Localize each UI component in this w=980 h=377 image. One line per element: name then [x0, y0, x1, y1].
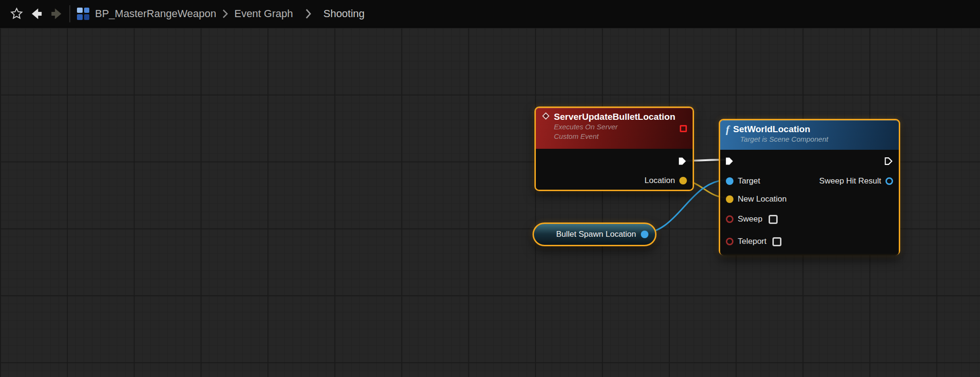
target-pin-label: Target: [738, 176, 760, 186]
replicates-badge-icon: [680, 125, 687, 132]
variable-output-pin[interactable]: [641, 231, 648, 238]
new-location-input-pin[interactable]: [726, 195, 733, 203]
variable-node-label: Bullet Spawn Location: [556, 230, 636, 239]
location-output-pin[interactable]: [679, 177, 687, 184]
target-input-pin[interactable]: [726, 177, 733, 185]
sweep-hit-result-pin-label: Sweep Hit Result: [819, 176, 881, 186]
teleport-input-pin[interactable]: [726, 238, 733, 245]
teleport-pin-label: Teleport: [738, 237, 766, 246]
favorite-star-icon[interactable]: [7, 4, 27, 24]
function-node-header: f SetWorldLocation Target is Scene Compo…: [720, 120, 899, 150]
sweep-checkbox[interactable]: [769, 215, 778, 224]
chevron-right-icon: [222, 9, 228, 19]
function-icon: f: [726, 124, 729, 135]
exec-input-pin[interactable]: [725, 157, 734, 166]
function-node-subtitle: Target is Scene Component: [740, 135, 893, 144]
event-node-subtitle-1: Executes On Server: [554, 122, 687, 132]
exec-output-pin[interactable]: [678, 157, 687, 166]
custom-event-icon: [542, 112, 550, 122]
exec-output-pin[interactable]: [884, 157, 893, 166]
breadcrumb-bar: BP_MasterRangeWeapon Event Graph Shootin…: [0, 0, 980, 28]
toolbar-divider: [69, 5, 70, 22]
teleport-checkbox[interactable]: [772, 237, 781, 246]
node-server-update-bullet-location[interactable]: ServerUpdateBulletLocation Executes On S…: [534, 106, 694, 191]
sweep-input-pin[interactable]: [726, 215, 733, 223]
blueprint-asset-icon: [77, 8, 89, 20]
chevron-right-icon: [304, 8, 312, 20]
breadcrumb-graph[interactable]: Event Graph: [234, 8, 293, 20]
sweep-hit-result-output-pin[interactable]: [885, 177, 893, 185]
event-node-subtitle-2: Custom Event: [554, 132, 687, 141]
sweep-pin-label: Sweep: [738, 214, 762, 224]
node-set-world-location[interactable]: f SetWorldLocation Target is Scene Compo…: [719, 119, 900, 255]
new-location-pin-label: New Location: [738, 194, 787, 204]
function-node-title: SetWorldLocation: [733, 124, 810, 135]
event-node-title: ServerUpdateBulletLocation: [554, 112, 676, 122]
breadcrumb-asset[interactable]: BP_MasterRangeWeapon: [95, 8, 216, 20]
location-pin-label: Location: [645, 176, 675, 185]
event-node-header: ServerUpdateBulletLocation Executes On S…: [536, 108, 693, 149]
node-bullet-spawn-location[interactable]: Bullet Spawn Location: [533, 222, 657, 246]
event-graph-canvas[interactable]: ServerUpdateBulletLocation Executes On S…: [0, 28, 980, 377]
breadcrumb-section[interactable]: Shooting: [323, 8, 365, 20]
forward-arrow-icon[interactable]: [47, 4, 67, 24]
back-arrow-icon[interactable]: [27, 4, 47, 24]
